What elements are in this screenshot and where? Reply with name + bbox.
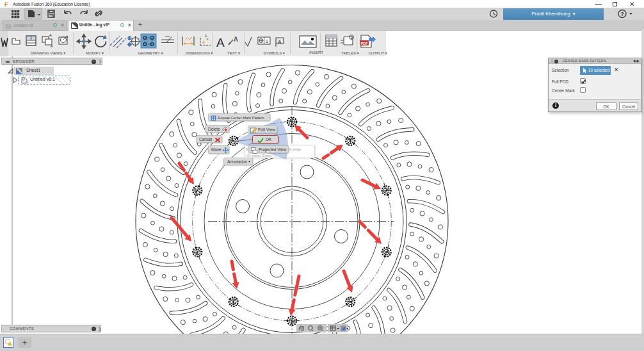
svg-text:A: A — [234, 36, 238, 43]
svg-text:?: ? — [620, 11, 624, 17]
svg-text:A: A — [278, 39, 282, 45]
svg-text:PDF: PDF — [361, 42, 369, 45]
svg-text:1: 1 — [205, 34, 207, 38]
svg-text:A: A — [51, 44, 53, 48]
svg-text:A: A — [49, 33, 52, 37]
svg-text:1: 1 — [266, 39, 268, 44]
svg-text:A: A — [216, 36, 225, 49]
svg-text:A: A — [66, 35, 68, 38]
